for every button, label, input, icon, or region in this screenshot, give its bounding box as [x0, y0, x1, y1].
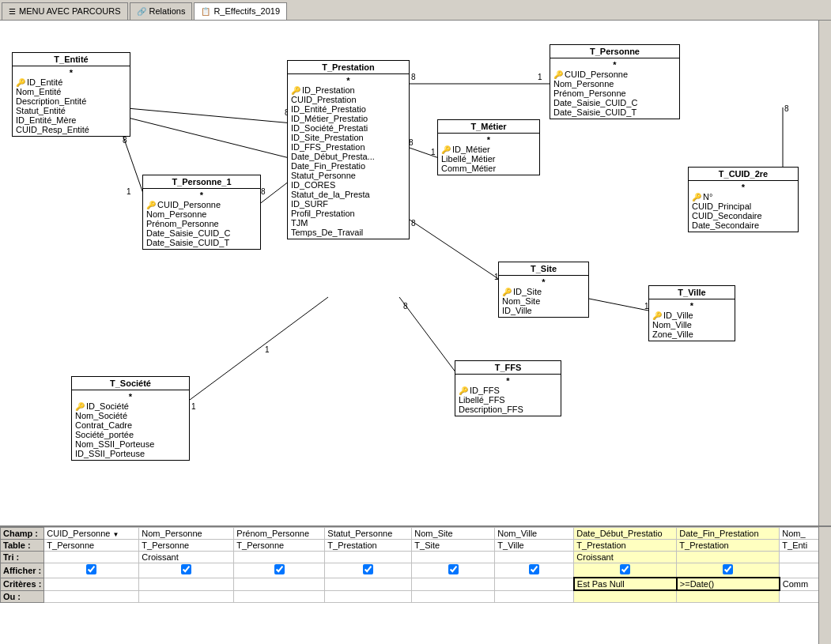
checkbox-afficher-1[interactable]	[181, 564, 191, 574]
cell-tri-2	[234, 552, 325, 563]
svg-line-0	[119, 107, 293, 123]
cell-criteres-2	[234, 578, 325, 590]
tab-query[interactable]: 📋 R_Effectifs_2019	[194, 2, 287, 20]
key-icon-prestation: 🔑	[291, 86, 300, 95]
dropdown-champ-0[interactable]: ▼	[112, 531, 119, 538]
table-t-personne[interactable]: T_Personne * 🔑 CUID_Personne Nom_Personn…	[550, 44, 680, 119]
checkbox-afficher-7[interactable]	[723, 564, 733, 574]
cell-ou-2	[234, 590, 325, 602]
cell-table-6: T_Prestation	[574, 540, 677, 552]
checkbox-afficher-4[interactable]	[448, 564, 459, 574]
table-t-ville[interactable]: T_Ville * 🔑 ID_Ville Nom_Ville Zone_Vill…	[648, 285, 735, 341]
svg-line-11	[407, 147, 441, 159]
grid-row-table: Table : T_Personne T_Personne T_Personne…	[1, 540, 832, 552]
label-ou: Ou :	[1, 590, 44, 602]
cell-champ-5[interactable]: Nom_Ville	[495, 528, 574, 540]
table-t-entite[interactable]: T_Entité * 🔑 ID_Entité Nom_Entité Descri…	[12, 52, 130, 137]
svg-text:8: 8	[403, 302, 408, 311]
cell-tri-1: Croissant	[139, 552, 234, 563]
cell-champ-7[interactable]: Date_Fin_Prestation	[677, 528, 780, 540]
cell-ou-7	[677, 590, 780, 602]
cell-afficher-1[interactable]	[139, 563, 234, 578]
table-t-personne-1-header: T_Personne_1	[143, 175, 260, 189]
svg-text:1: 1	[191, 402, 196, 411]
tab-relations-label: Relations	[149, 6, 186, 16]
table-t-site-header: T_Site	[499, 262, 588, 276]
canvas-area: 8 8 8 1 1 8 8 8 1 8 1 8 1	[0, 21, 831, 546]
table-t-ffs[interactable]: T_FFS * 🔑 ID_FFS Libellé_FFS Description…	[455, 360, 561, 416]
cell-criteres-5	[495, 578, 574, 590]
table-t-site[interactable]: T_Site * 🔑 ID_Site Nom_Site ID_Ville	[498, 262, 589, 318]
table-t-metier[interactable]: T_Métier * 🔑 ID_Métier Libellé_Métier Co…	[437, 119, 540, 175]
cell-ou-6	[574, 590, 677, 602]
svg-text:8: 8	[411, 73, 416, 81]
cell-table-4: T_Site	[412, 540, 495, 552]
cell-criteres-4	[412, 578, 495, 590]
cell-afficher-4[interactable]	[412, 563, 495, 578]
key-icon: 🔑	[16, 78, 25, 87]
label-criteres: Critères :	[1, 578, 44, 590]
key-icon-metier: 🔑	[441, 145, 451, 154]
cell-ou-0	[44, 590, 139, 602]
checkbox-afficher-3[interactable]	[363, 564, 373, 574]
cell-ou-1	[139, 590, 234, 602]
cell-champ-2[interactable]: Prénom_Personne	[234, 528, 325, 540]
tab-menu[interactable]: ☰ MENU AVEC PARCOURS	[2, 2, 128, 20]
cell-criteres-1	[139, 578, 234, 590]
cell-champ-0[interactable]: CUID_Personne ▼	[44, 528, 139, 540]
table-t-ffs-header: T_FFS	[455, 361, 561, 375]
cell-champ-1[interactable]: Nom_Personne	[139, 528, 234, 540]
svg-line-25	[190, 297, 328, 400]
table-t-prestation[interactable]: T_Prestation * 🔑 ID_Prestation CUID_Pres…	[287, 60, 410, 239]
svg-text:8: 8	[261, 187, 266, 196]
tab-menu-label: MENU AVEC PARCOURS	[19, 6, 121, 16]
query-icon: 📋	[201, 7, 210, 16]
canvas-scrollbar-right[interactable]	[818, 21, 831, 546]
cell-tri-3	[325, 552, 412, 563]
tab-relations[interactable]: 🔗 Relations	[130, 2, 193, 20]
key-icon-ville: 🔑	[652, 311, 662, 320]
cell-champ-3[interactable]: Statut_Personne	[325, 528, 412, 540]
svg-text:1: 1	[265, 345, 270, 354]
cell-champ-4[interactable]: Nom_Site	[412, 528, 495, 540]
grid-row-tri: Tri : Croissant Croissant	[1, 552, 832, 563]
cell-criteres-3	[325, 578, 412, 590]
checkbox-afficher-0[interactable]	[86, 564, 96, 574]
cell-criteres-6[interactable]: Est Pas Null	[574, 578, 677, 590]
table-t-cuid-2re-header: T_CUID_2re	[689, 168, 798, 181]
grid-row-champ: Champ : CUID_Personne ▼ Nom_Personne Pré…	[1, 528, 832, 540]
cell-champ-6[interactable]: Date_Début_Prestatio	[574, 528, 677, 540]
cell-afficher-6[interactable]	[574, 563, 677, 578]
checkbox-afficher-5[interactable]	[529, 564, 539, 574]
cell-tri-5	[495, 552, 574, 563]
cell-table-2: T_Personne	[234, 540, 325, 552]
cell-afficher-3[interactable]	[325, 563, 412, 578]
cell-afficher-0[interactable]	[44, 563, 139, 578]
checkbox-afficher-6[interactable]	[620, 564, 630, 574]
table-t-personne-header: T_Personne	[550, 45, 679, 58]
cell-tri-7	[677, 552, 780, 563]
cell-afficher-7[interactable]	[677, 563, 780, 578]
table-t-cuid-2re[interactable]: T_CUID_2re * 🔑 N° CUID_Principal CUID_Se…	[688, 167, 799, 232]
svg-text:1: 1	[431, 148, 436, 156]
svg-text:8: 8	[411, 219, 416, 228]
cell-ou-3	[325, 590, 412, 602]
svg-text:8: 8	[123, 136, 127, 145]
grid-row-afficher: Afficher :	[1, 563, 832, 578]
table-t-personne-1[interactable]: T_Personne_1 * 🔑 CUID_Personne Nom_Perso…	[142, 175, 261, 250]
key-icon-personne1: 🔑	[146, 201, 156, 209]
table-t-ville-header: T_Ville	[649, 286, 735, 299]
svg-line-20	[581, 297, 652, 311]
checkbox-afficher-2[interactable]	[274, 564, 285, 574]
cell-table-3: T_Prestation	[325, 540, 412, 552]
cell-table-1: T_Personne	[139, 540, 234, 552]
grid-scrollbar-right[interactable]	[818, 527, 831, 644]
cell-afficher-2[interactable]	[234, 563, 325, 578]
svg-line-17	[399, 297, 459, 376]
cell-ou-5	[495, 590, 574, 602]
table-t-societe[interactable]: T_Société * 🔑 ID_Société Nom_Société Con…	[71, 376, 190, 461]
cell-afficher-5[interactable]	[495, 563, 574, 578]
cell-criteres-7[interactable]: >=Date()	[677, 578, 780, 590]
tab-query-label: R_Effectifs_2019	[213, 6, 280, 16]
svg-line-28	[119, 115, 293, 159]
